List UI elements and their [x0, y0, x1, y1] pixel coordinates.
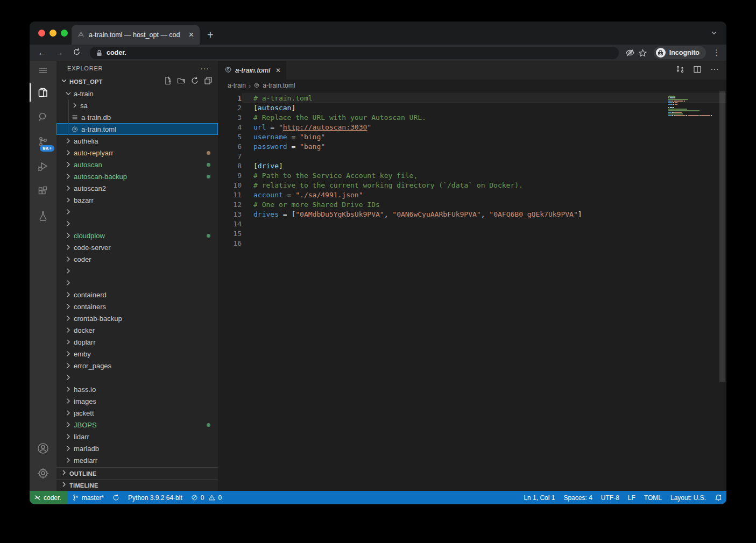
tree-row[interactable]	[56, 218, 218, 230]
tree-row-crontab-backup[interactable]: crontab-backup	[56, 312, 218, 324]
timeline-section[interactable]: TIMELINE	[56, 479, 218, 491]
code-line-9[interactable]: 9# Path to the Service Account key file,	[218, 171, 726, 181]
code-line-3[interactable]: 3# Replace the URL with your Autoscan UR…	[218, 113, 726, 123]
tree-row[interactable]	[56, 206, 218, 218]
tree-row[interactable]	[56, 277, 218, 289]
tree-row-bazarr[interactable]: bazarr	[56, 194, 218, 206]
tab-close-icon[interactable]: ✕	[188, 31, 194, 39]
python-interpreter-status[interactable]: Python 3.9.2 64-bit	[124, 491, 187, 504]
remote-indicator[interactable]: coder.	[30, 491, 68, 504]
tree-row-sa[interactable]: sa	[56, 99, 218, 111]
tab-search-chevron-icon[interactable]	[710, 29, 718, 39]
code-line-1[interactable]: 1# a-train.toml	[218, 94, 726, 103]
editor-more-actions-icon[interactable]	[710, 65, 719, 76]
code-line-13[interactable]: 13drives = ["0AMdbDu5YgKbsUk9PVA", "0AN6…	[218, 210, 726, 219]
browser-menu-icon[interactable]: ⋮	[712, 48, 721, 58]
code-editor[interactable]: 1# a-train.toml2[autoscan]3# Replace the…	[218, 91, 726, 491]
breadcrumb[interactable]: a-train › a-train.toml	[218, 80, 726, 91]
tree-row-autoscan-backup[interactable]: autoscan-backup	[56, 170, 218, 182]
breadcrumb-file[interactable]: a-train.toml	[263, 82, 295, 89]
menu-icon[interactable]	[30, 61, 56, 80]
testing-icon[interactable]	[30, 204, 56, 228]
bookmark-star-icon[interactable]	[638, 48, 647, 58]
cursor-position-status[interactable]: Ln 1, Col 1	[519, 491, 559, 504]
code-line-5[interactable]: 5username = "bing"	[218, 132, 726, 142]
search-icon[interactable]	[30, 105, 56, 130]
explorer-icon[interactable]	[30, 80, 56, 105]
eye-off-icon[interactable]	[625, 48, 635, 58]
tree-row-emby[interactable]: emby	[56, 348, 218, 360]
code-line-12[interactable]: 12# One or more Shared Drive IDs	[218, 200, 726, 210]
indentation-status[interactable]: Spaces: 4	[559, 491, 596, 504]
tree-row-JBOPS[interactable]: JBOPS	[56, 419, 218, 431]
tree-row-authelia[interactable]: authelia	[56, 135, 218, 147]
settings-gear-icon[interactable]	[30, 461, 56, 485]
code-line-11[interactable]: 11account = "./sa/4991.json"	[218, 190, 726, 200]
editor-scrollbar[interactable]	[719, 91, 725, 382]
tree-row-doplarr[interactable]: doplarr	[56, 336, 218, 348]
tree-row-a-train.db[interactable]: a-train.db	[56, 111, 218, 123]
open-changes-icon[interactable]	[676, 65, 684, 76]
tree-row-cloudplow[interactable]: cloudplow	[56, 230, 218, 241]
problems-status[interactable]: 0 0	[187, 491, 226, 504]
code-line-4[interactable]: 4url = "http://autoscan:3030"	[218, 123, 726, 132]
editor-tab-a-train-toml[interactable]: a-train.toml ✕	[218, 61, 286, 80]
new-folder-icon[interactable]	[177, 76, 186, 87]
code-line-15[interactable]: 15	[218, 229, 726, 239]
forward-button[interactable]: →	[52, 48, 66, 58]
language-mode-status[interactable]: TOML	[640, 491, 666, 504]
code-line-7[interactable]: 7	[218, 152, 726, 161]
breadcrumb-folder[interactable]: a-train	[228, 82, 246, 89]
code-line-2[interactable]: 2[autoscan]	[218, 103, 726, 113]
tree-row-lidarr[interactable]: lidarr	[56, 431, 218, 442]
git-branch-status[interactable]: master*	[68, 491, 108, 504]
window-close-button[interactable]	[38, 30, 45, 37]
browser-tab[interactable]: a-train.toml — host_opt — cod ✕	[72, 25, 200, 45]
tree-row-auto-replyarr[interactable]: auto-replyarr	[56, 147, 218, 159]
tree-row-autoscan[interactable]: autoscan	[56, 159, 218, 170]
tree-row-coder[interactable]: coder	[56, 253, 218, 265]
tree-row-hass.io[interactable]: hass.io	[56, 383, 218, 395]
encoding-status[interactable]: UTF-8	[597, 491, 624, 504]
tree-row-containers[interactable]: containers	[56, 301, 218, 312]
code-line-16[interactable]: 16	[218, 239, 726, 248]
sync-status[interactable]	[108, 491, 124, 504]
tree-row-images[interactable]: images	[56, 395, 218, 407]
tree-row-mariadb[interactable]: mariadb	[56, 442, 218, 454]
code-line-8[interactable]: 8[drive]	[218, 161, 726, 171]
outline-section[interactable]: OUTLINE	[56, 467, 218, 479]
tree-row-a-train.toml[interactable]: a-train.toml	[56, 123, 218, 135]
code-line-14[interactable]: 14	[218, 219, 726, 229]
code-line-10[interactable]: 10# relative to the current working dire…	[218, 181, 726, 190]
source-control-icon[interactable]: 9K+	[30, 130, 56, 154]
new-tab-button[interactable]: +	[207, 30, 214, 40]
back-button[interactable]: ←	[35, 48, 49, 58]
tree-row-error_pages[interactable]: error_pages	[56, 360, 218, 371]
notifications-bell-icon[interactable]	[710, 491, 726, 504]
extensions-icon[interactable]	[30, 179, 56, 204]
minimap[interactable]	[668, 96, 712, 122]
tree-row-mediarr[interactable]: mediarr	[56, 454, 218, 466]
tree-row-autoscan2[interactable]: autoscan2	[56, 182, 218, 194]
split-editor-icon[interactable]	[693, 65, 702, 76]
explorer-more-actions-icon[interactable]: ···	[200, 64, 209, 73]
address-bar[interactable]: coder.	[90, 47, 619, 59]
tree-row-a-train[interactable]: a-train	[56, 88, 218, 99]
account-icon[interactable]	[30, 436, 56, 461]
window-zoom-button[interactable]	[61, 30, 68, 37]
code-line-6[interactable]: 6password = "bang"	[218, 142, 726, 152]
keyboard-layout-status[interactable]: Layout: U.S.	[666, 491, 710, 504]
tree-row-code-server[interactable]: code-server	[56, 241, 218, 253]
collapse-folders-icon[interactable]	[204, 76, 213, 87]
tree-row-jackett[interactable]: jackett	[56, 407, 218, 419]
run-debug-icon[interactable]	[30, 154, 56, 179]
eol-status[interactable]: LF	[624, 491, 640, 504]
tree-row[interactable]	[56, 371, 218, 383]
reload-button[interactable]	[69, 48, 83, 58]
editor-tab-close-icon[interactable]: ✕	[275, 67, 281, 74]
tree-row-docker[interactable]: docker	[56, 324, 218, 336]
tree-row[interactable]	[56, 265, 218, 277]
workspace-section-header[interactable]: HOST_OPT	[56, 76, 218, 88]
window-minimize-button[interactable]	[50, 30, 56, 37]
refresh-icon[interactable]	[190, 76, 199, 87]
